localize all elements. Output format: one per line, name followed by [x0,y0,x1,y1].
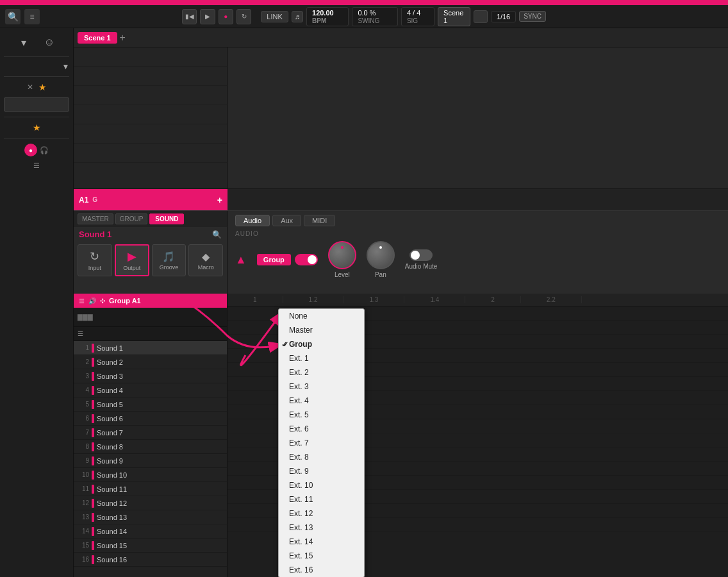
sound-row[interactable]: 9 Sound 9 [74,454,227,468]
sound-search-icon[interactable]: 🔍 [212,230,222,239]
timeline-header: 11.21.31.422.2 [228,294,728,306]
expand-icon[interactable]: ✣ [100,297,105,305]
audio-mute-control: Audio Mute [405,249,438,270]
dropdown-item-ext16[interactable]: Ext. 16 [279,563,364,577]
output-icon: ▶ [128,249,136,263]
dropdown-item-ext1[interactable]: Ext. 1 [279,351,364,365]
group-btn[interactable]: Group [257,254,291,265]
sound-row-num: 10 [76,471,89,478]
sound-row[interactable]: 8 Sound 8 [74,440,227,454]
input-button[interactable]: ↻ Input [78,244,112,276]
sound-row[interactable]: 2 Sound 2 [74,355,227,369]
dropdown-item-ext6[interactable]: Ext. 6 [279,422,364,436]
record-button[interactable]: ● [219,9,233,24]
filter-icon[interactable]: ☰ [33,162,40,170]
sound-row-color [92,386,94,395]
dropdown-item-group[interactable]: ✓Group [279,337,364,351]
sound-row[interactable]: 1 Sound 1 [74,341,227,355]
sound-name-label: Sound 1 [79,230,210,239]
sound-row[interactable]: 15 Sound 15 [74,539,227,553]
play-button[interactable]: ▶ [200,9,215,24]
scene-name-display[interactable]: Scene 1 [438,7,470,26]
dropdown-item-ext13[interactable]: Ext. 13 [279,521,364,535]
filter-toggle-icon[interactable]: ☰ [78,330,83,337]
sound-row[interactable]: 10 Sound 10 [74,468,227,482]
grid-view-button[interactable] [474,10,488,23]
mixer-button[interactable]: ≡ [24,9,40,24]
dropdown-item-ext15[interactable]: Ext. 15 [279,549,364,563]
sound-row[interactable]: 13 Sound 13 [74,510,227,524]
quantize-display[interactable]: 1/16 [491,11,516,22]
profile-icon[interactable]: ☺ [39,33,60,51]
dropdown-item-ext2[interactable]: Ext. 2 [279,365,364,380]
dropdown-item-ext8[interactable]: Ext. 8 [279,450,364,464]
groove-button[interactable]: 🎵 Groove [152,244,186,276]
sound-name-row: Sound 1 🔍 [74,227,227,242]
level-knob-dot [340,246,343,249]
output-button[interactable]: ▶ Output [115,244,149,276]
dropdown-item-master[interactable]: Master [279,323,364,337]
dropdown-item-ext5[interactable]: Ext. 5 [279,408,364,422]
master-tab[interactable]: MASTER [78,213,113,224]
output-dropdown: NoneMaster✓GroupExt. 1Ext. 2Ext. 3Ext. 4… [278,308,365,577]
dropdown-item-none[interactable]: None [279,309,364,323]
link-button[interactable]: LINK [261,11,288,22]
list-icon[interactable]: ☰ [79,297,85,305]
dropdown-item-ext11[interactable]: Ext. 11 [279,492,364,506]
search-input[interactable] [4,97,70,112]
record-mode-icon[interactable]: ● [24,144,37,156]
dropdown-item-ext12[interactable]: Ext. 12 [279,506,364,521]
midi-tab[interactable]: MIDI [304,215,335,226]
sound-row[interactable]: 3 Sound 3 [74,369,227,383]
add-group-button[interactable]: + [217,195,222,205]
search-button[interactable]: 🔍 [5,9,21,24]
sound-tab[interactable]: SOUND [149,213,184,224]
group-a1-label[interactable]: A1 G + [74,189,228,211]
dropdown-item-ext3[interactable]: Ext. 3 [279,380,364,394]
star-icon[interactable]: ★ [33,122,41,133]
pan-knob[interactable] [367,241,395,269]
swing-display[interactable]: 0.0 % SWING [352,7,397,26]
headphone-icon[interactable]: 🎧 [40,146,49,155]
sound-row[interactable]: 5 Sound 5 [74,397,227,412]
close-icon[interactable]: ✕ [27,83,33,92]
level-knob[interactable] [328,241,356,269]
dropdown-item-ext9[interactable]: Ext. 9 [279,464,364,478]
macro-button[interactable]: ◆ Macro [188,244,223,276]
sound-row-name: Sound 10 [97,471,224,479]
metronome-icon[interactable]: ♬ [292,11,303,22]
sound-row[interactable]: 4 Sound 4 [74,383,227,397]
time-sig-display[interactable]: 4 / 4 SIG [401,7,434,26]
sound-row[interactable]: 11 Sound 11 [74,482,227,496]
dropdown-item-ext14[interactable]: Ext. 14 [279,535,364,549]
dropdown-item-ext10[interactable]: Ext. 10 [279,478,364,492]
waveform-icon: ▇▇▇ [78,314,93,321]
sound-row-name: Sound 1 [97,344,224,352]
timeline-marker: 2.2 [521,296,582,303]
speaker-icon[interactable]: 🔊 [88,297,96,305]
scene-tab-1[interactable]: Scene 1 [78,32,117,44]
chevron-down-icon[interactable]: ▼ [62,62,69,71]
sync-button[interactable]: SYNC [519,11,546,22]
up-arrow-icon: ▲ [235,253,247,267]
sound-row[interactable]: 14 Sound 14 [74,524,227,539]
dropdown-item-ext7[interactable]: Ext. 7 [279,436,364,450]
aux-tab[interactable]: Aux [272,215,301,226]
sound-row-num: 13 [76,514,89,521]
add-scene-button[interactable]: + [120,32,126,44]
sound-row[interactable]: 12 Sound 12 [74,496,227,510]
audio-tab[interactable]: Audio [235,215,270,226]
loop-button[interactable]: ↻ [236,9,251,24]
audio-mute-toggle[interactable] [410,249,433,261]
dropdown-item-ext4[interactable]: Ext. 4 [279,394,364,408]
skip-back-button[interactable]: ▮◀ [182,9,197,24]
sound-row[interactable]: 7 Sound 7 [74,426,227,440]
sound-row[interactable]: 16 Sound 16 [74,553,227,567]
sound-row-name: Sound 5 [97,401,224,408]
group-toggle[interactable] [295,254,318,265]
waveform-icon[interactable]: ▾ [13,33,34,51]
group-tab[interactable]: GROUP [115,213,148,224]
sound-row[interactable]: 6 Sound 6 [74,412,227,426]
bpm-display[interactable]: 120.00 BPM [306,7,349,26]
star-active-icon[interactable]: ★ [38,82,47,92]
